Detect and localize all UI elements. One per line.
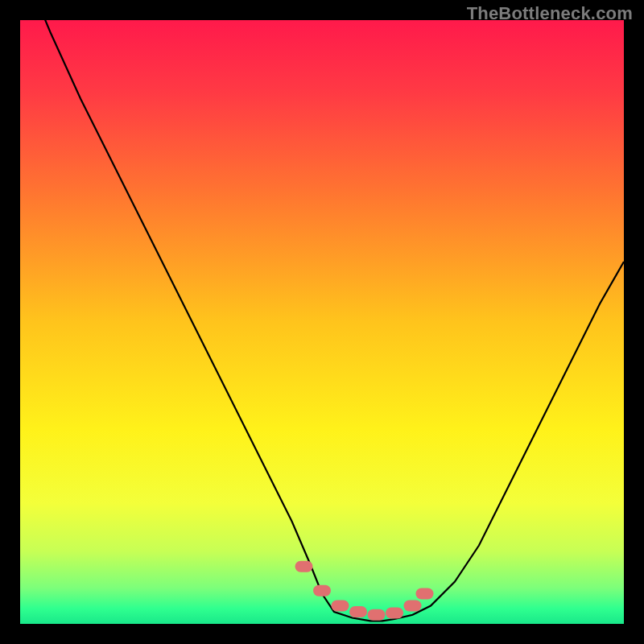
marker-dot xyxy=(404,601,422,612)
marker-dot xyxy=(313,585,331,597)
plot-area xyxy=(20,20,624,624)
marker-dot xyxy=(416,588,434,600)
chart-stage: TheBottleneck.com xyxy=(0,0,644,644)
marker-dot xyxy=(368,609,386,621)
marker-dot xyxy=(332,601,349,612)
gradient-background xyxy=(20,20,624,624)
marker-dot xyxy=(386,608,403,619)
marker-dot xyxy=(295,561,313,572)
marker-dot xyxy=(349,606,367,617)
bottleneck-chart-svg xyxy=(20,20,624,624)
